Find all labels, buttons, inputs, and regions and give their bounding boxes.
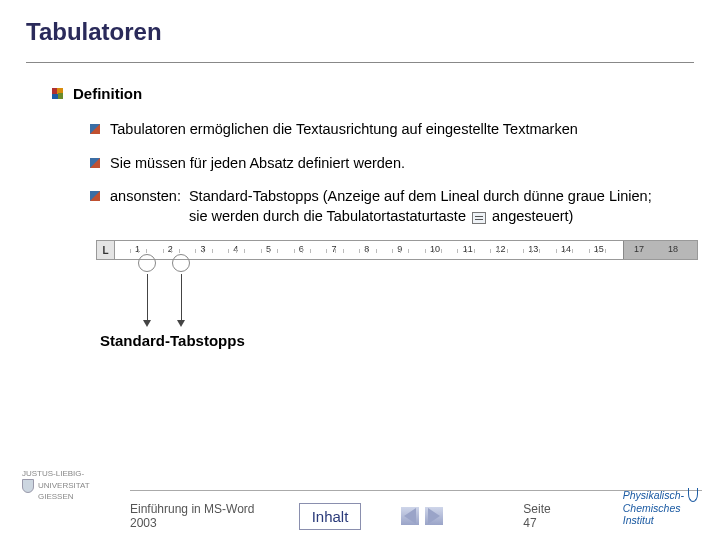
ruler-subtick — [556, 249, 557, 253]
footer-doc-title: Einführung in MS-Word 2003 — [130, 502, 259, 530]
ruler-tick-label: 18 — [668, 244, 678, 254]
title-divider — [26, 62, 694, 63]
ruler-subtick — [392, 249, 393, 253]
ruler-subtick — [441, 249, 442, 253]
ruler-subtick — [466, 249, 467, 253]
bullet-minor-icon — [90, 158, 100, 168]
list-item: ansonsten: Standard-Tabstopps (Anzeige a… — [90, 187, 694, 226]
ruler-subtick — [507, 249, 508, 253]
ruler-subtick — [326, 249, 327, 253]
ruler-scale: 123456789101112131415 — [115, 241, 623, 259]
ruler-subtick — [228, 249, 229, 253]
university-logo: JUSTUS-LIEBIG- UNIVERSITAT GIESSEN — [22, 470, 90, 502]
ruler-subtick — [523, 249, 524, 253]
ruler-subtick — [277, 249, 278, 253]
footer: JUSTUS-LIEBIG- UNIVERSITAT GIESSEN Einfü… — [0, 484, 720, 540]
ruler-subtick — [597, 249, 598, 253]
ruler-subtick — [269, 249, 270, 253]
bullet-major-icon — [52, 88, 63, 99]
ruler-subtick — [359, 249, 360, 253]
bullet-minor-icon — [90, 124, 100, 134]
institute-logo: Physikalisch- Chemisches Institut — [623, 488, 698, 526]
callout-label: Standard-Tabstopps — [100, 332, 245, 349]
ruler-subtick — [490, 249, 491, 253]
ruler-subtick — [335, 249, 336, 253]
ruler-subtick — [572, 249, 573, 253]
ruler-subtick — [195, 249, 196, 253]
page-title: Tabulatoren — [26, 18, 694, 56]
ruler-subtick — [564, 249, 565, 253]
ruler-tick-label: 11 — [463, 244, 473, 254]
ansonsten-text: Standard-Tabstopps (Anzeige auf dem Line… — [189, 187, 694, 226]
ruler-subtick — [244, 249, 245, 253]
ruler-tick-label: 17 — [634, 244, 644, 254]
inst-line: Institut — [623, 514, 698, 526]
list-item-text: Sie müssen für jeden Absatz definiert we… — [110, 154, 694, 174]
ruler-subtick — [343, 249, 344, 253]
footer-divider — [130, 490, 702, 491]
callout-circle-icon — [172, 254, 190, 272]
contents-button[interactable]: Inhalt — [299, 503, 362, 530]
bullet-minor-icon — [90, 191, 100, 201]
callout-arrow-head-icon — [143, 320, 151, 327]
ruler-tick-label: 10 — [430, 244, 440, 254]
ruler-subtick — [146, 249, 147, 253]
section-label: Definition — [73, 85, 142, 102]
ruler-subtick — [302, 249, 303, 253]
ruler-subtick — [236, 249, 237, 253]
ruler-subtick — [474, 249, 475, 253]
ruler-subtick — [203, 249, 204, 253]
ruler-subtick — [400, 249, 401, 253]
ruler-subtick — [498, 249, 499, 253]
ruler-tick-label: 12 — [495, 244, 505, 254]
ruler-subtick — [294, 249, 295, 253]
uni-line: JUSTUS-LIEBIG- — [22, 470, 90, 479]
ruler-subtick — [531, 249, 532, 253]
section-row: Definition — [52, 85, 694, 102]
ruler-subtick — [212, 249, 213, 253]
ruler-tick-label: 15 — [594, 244, 604, 254]
ruler-subtick — [457, 249, 458, 253]
list-item: Sie müssen für jeden Absatz definiert we… — [90, 154, 694, 174]
ruler-subtick — [171, 249, 172, 253]
ansonsten-text-before: Standard-Tabstopps (Anzeige auf dem Line… — [189, 188, 652, 224]
nav-prev-button[interactable] — [401, 507, 419, 525]
list-item-text: Tabulatoren ermöglichen die Textausricht… — [110, 120, 694, 140]
ruler-subtick — [367, 249, 368, 253]
callout-arrow-line — [181, 274, 182, 320]
ruler-subtick — [179, 249, 180, 253]
uni-line: UNIVERSITAT — [38, 482, 90, 491]
ruler-subtick — [130, 249, 131, 253]
ruler-tick-label: 13 — [528, 244, 538, 254]
triangle-left-icon — [404, 508, 416, 524]
tab-key-icon — [472, 212, 486, 224]
ruler-subtick — [539, 249, 540, 253]
callout-arrow-head-icon — [177, 320, 185, 327]
list-item: Tabulatoren ermöglichen die Textausricht… — [90, 120, 694, 140]
ruler-tick-label: 14 — [561, 244, 571, 254]
ruler-inactive-region: 1718 — [623, 241, 697, 259]
callout-circle-icon — [138, 254, 156, 272]
callout-arrow-line — [147, 274, 148, 320]
ruler-subtick — [605, 249, 606, 253]
ruler-callouts: Standard-Tabstopps — [96, 260, 694, 350]
inst-line: Physikalisch- — [623, 489, 684, 501]
ruler-subtick — [138, 249, 139, 253]
ruler-subtick — [261, 249, 262, 253]
shield-icon — [22, 479, 34, 493]
ruler-subtick — [310, 249, 311, 253]
inst-line: Chemisches — [623, 502, 698, 514]
ansonsten-text-after: angesteuert) — [492, 208, 573, 224]
nav-next-button[interactable] — [425, 507, 443, 525]
ruler-subtick — [163, 249, 164, 253]
ruler-subtick — [589, 249, 590, 253]
flask-icon — [688, 488, 698, 502]
ruler-subtick — [376, 249, 377, 253]
page-number: Seite 47 — [523, 502, 560, 530]
ruler-subtick — [425, 249, 426, 253]
ansonsten-label: ansonsten: — [110, 187, 181, 226]
triangle-right-icon — [428, 508, 440, 524]
uni-line: GIESSEN — [38, 493, 90, 502]
ruler-subtick — [408, 249, 409, 253]
ruler-tab-selector[interactable]: L — [97, 241, 115, 259]
